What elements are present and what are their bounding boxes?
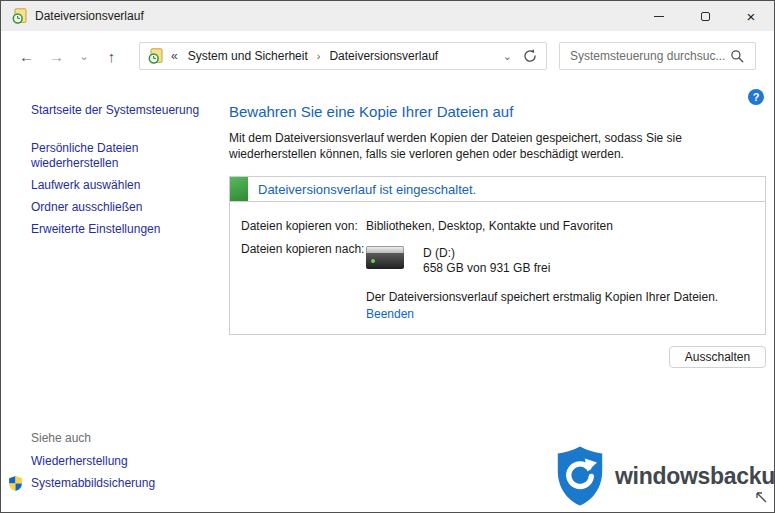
breadcrumb-file-history[interactable]: Dateiversionsverlauf [327, 47, 440, 65]
copy-from-label: Dateien kopieren von: [241, 219, 366, 233]
maximize-button[interactable] [682, 1, 728, 31]
target-drive: D (D:) 658 GB von 931 GB frei [366, 246, 754, 276]
turn-off-button[interactable]: Ausschalten [669, 346, 766, 368]
drive-name: D (D:) [423, 246, 550, 261]
search-placeholder: Systemsteuerung durchsuc... [570, 49, 730, 63]
up-button[interactable]: ↑ [99, 48, 124, 65]
file-history-icon [12, 8, 28, 24]
status-on-indicator [230, 177, 248, 201]
brand-name: windowsbackup.de [615, 463, 775, 490]
maximize-icon [701, 12, 710, 21]
brand-name-text: windowsbackup [615, 463, 775, 489]
chevron-right-icon: › [317, 50, 321, 62]
sidebar-item-system-image-backup[interactable]: Systemabbildsicherung [31, 476, 231, 490]
sidebar-item-advanced-settings[interactable]: Erweiterte Einstellungen [31, 222, 203, 237]
breadcrumb-system-security[interactable]: System und Sicherheit [186, 47, 310, 65]
first-backup-note: Der Dateiversionsverlauf speichert erstm… [366, 290, 754, 322]
copy-to-label: Dateien kopieren nach: [241, 242, 366, 276]
sidebar: Startseite der Systemsteuerung Persönlic… [1, 81, 231, 513]
copy-from-value: Bibliotheken, Desktop, Kontakte und Favo… [366, 219, 754, 233]
help-button[interactable]: ? [748, 89, 764, 105]
close-button[interactable]: × [728, 1, 774, 31]
forward-button[interactable]: → [44, 48, 69, 65]
breadcrumb-overflow-icon[interactable]: « [171, 49, 178, 63]
sidebar-see-also: Siehe auch Wiederherstellung Systemabbil… [1, 431, 231, 498]
windowsbackup-logo: windowsbackup.de [554, 445, 775, 507]
minimize-button[interactable] [636, 1, 682, 31]
stop-link[interactable]: Beenden [366, 307, 414, 322]
sidebar-item-recovery[interactable]: Wiederherstellung [31, 454, 231, 468]
page-description: Mit dem Dateiversionsverlauf werden Kopi… [229, 131, 769, 162]
note-text: Der Dateiversionsverlauf speichert erstm… [366, 290, 718, 304]
main-area: Startseite der Systemsteuerung Persönlic… [1, 81, 774, 513]
see-also-heading: Siehe auch [31, 431, 231, 445]
refresh-icon[interactable] [522, 48, 538, 64]
back-button[interactable]: ← [14, 48, 39, 65]
page-title: Bewahren Sie eine Kopie Ihrer Dateien au… [229, 103, 766, 120]
minimize-icon [654, 16, 664, 17]
sidebar-item-label: Systemabbildsicherung [31, 476, 155, 490]
status-banner: Dateiversionsverlauf ist eingeschaltet. [229, 176, 766, 202]
sidebar-item-control-panel-home[interactable]: Startseite der Systemsteuerung [31, 103, 223, 117]
file-history-icon [148, 48, 164, 64]
mouse-cursor [754, 489, 768, 503]
status-details-panel: Dateien kopieren von: Bibliotheken, Desk… [229, 202, 766, 335]
help-icon: ? [753, 91, 760, 103]
sidebar-item-exclude-folders[interactable]: Ordner ausschließen [31, 200, 203, 215]
sidebar-item-restore-personal-files[interactable]: Persönliche Dateien wiederherstellen [31, 141, 203, 171]
shield-refresh-icon [554, 445, 606, 507]
hard-drive-icon [366, 246, 404, 271]
window-title: Dateiversionsverlauf [35, 9, 144, 23]
search-icon[interactable] [730, 49, 745, 64]
recent-locations-dropdown[interactable]: ⌄ [74, 50, 94, 63]
navigation-toolbar: ← → ⌄ ↑ « System und Sicherheit › Dateiv… [1, 31, 774, 81]
address-dropdown-icon[interactable]: ⌄ [493, 50, 522, 63]
titlebar: Dateiversionsverlauf × [1, 1, 774, 31]
drive-free-space: 658 GB von 931 GB frei [423, 261, 550, 276]
uac-shield-icon [7, 475, 24, 492]
sidebar-item-select-drive[interactable]: Laufwerk auswählen [31, 178, 203, 193]
sidebar-item-label: Wiederherstellung [31, 454, 128, 468]
file-history-window: Dateiversionsverlauf × ← → ⌄ ↑ « System … [0, 0, 775, 513]
address-bar[interactable]: « System und Sicherheit › Dateiversionsv… [139, 42, 547, 70]
close-icon: × [747, 8, 756, 25]
status-text: Dateiversionsverlauf ist eingeschaltet. [258, 182, 476, 197]
search-box[interactable]: Systemsteuerung durchsuc... [559, 42, 756, 70]
